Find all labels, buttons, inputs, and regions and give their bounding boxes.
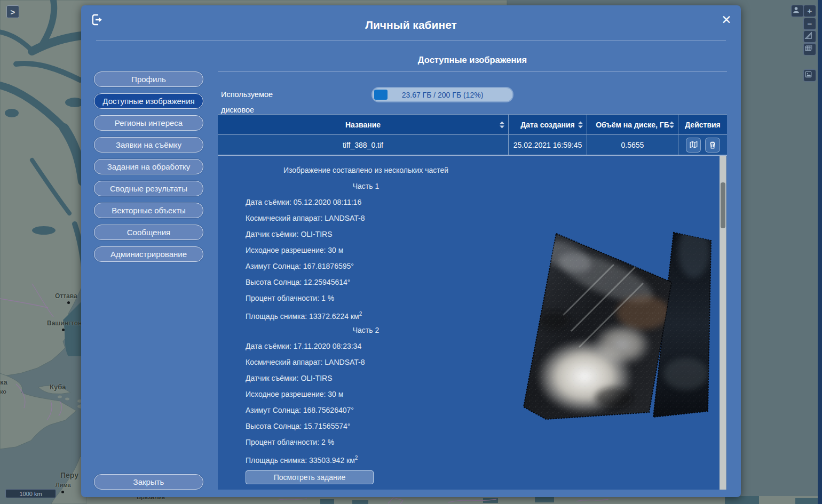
map-city-dot <box>67 301 70 304</box>
detail-line: Высота Солнца: 12.25945614° <box>218 274 514 290</box>
zoom-out-button[interactable]: − <box>803 18 816 30</box>
view-on-map-button[interactable] <box>686 138 701 153</box>
disk-usage-text: 23.67 ГБ / 200 ГБ (12%) <box>373 88 512 101</box>
composite-note: Изображение составлено из нескольких час… <box>218 162 514 178</box>
area-text: Площадь снимка: 33503.942 км <box>246 456 355 465</box>
table-header: НазваниеДата созданияОбъём на диске, ГБД… <box>218 114 727 135</box>
close-modal-button[interactable]: Закрыть <box>94 474 203 490</box>
detail-line: Дата съёмки: 17.11.2020 08:23:34 <box>218 338 514 354</box>
detail-line: Дата съёмки: 05.12.2020 08:11:16 <box>218 194 514 210</box>
sort-icon[interactable] <box>669 121 674 128</box>
zoom-in-icon: + <box>808 6 812 15</box>
section-title: Доступные изображения <box>218 55 727 65</box>
sidebar-item-1[interactable]: Доступные изображения <box>94 93 203 109</box>
detail-line: Исходное разрешение: 30 м <box>218 386 514 402</box>
cell-name: tiff_388_0.tif <box>218 135 509 155</box>
area-text: Площадь снимка: 13372.6224 км <box>246 312 359 321</box>
map-city-label: Куба <box>50 383 66 390</box>
column-header-0[interactable]: Название <box>218 115 509 134</box>
sidebar-item-8[interactable]: Администрирование <box>94 246 203 262</box>
column-label: Объём на диске, ГБ <box>596 121 669 129</box>
measure-button[interactable] <box>803 30 816 43</box>
map-city-label: Перу <box>60 471 78 479</box>
detail-line: Процент облачности: 2 % <box>218 434 514 450</box>
view-task-button[interactable]: Посмотреть задание <box>246 470 374 484</box>
column-label: Название <box>345 121 381 129</box>
map-city-label: Вашингтон <box>47 320 82 326</box>
cell-actions <box>678 135 727 155</box>
detail-line-area: Площадь снимка: 13372.6224 км2 <box>218 306 514 322</box>
zoom-out-icon: − <box>808 19 812 28</box>
details-text: Изображение составлено из нескольких час… <box>218 156 514 484</box>
grid-button[interactable] <box>803 43 816 55</box>
user-button[interactable] <box>791 5 804 17</box>
area-sup: 2 <box>359 311 362 317</box>
screenshot-button[interactable] <box>803 69 816 82</box>
sidebar-item-7[interactable]: Сообщения <box>94 225 203 240</box>
sidebar-item-5[interactable]: Сводные результаты <box>94 181 203 196</box>
sidebar-item-6[interactable]: Векторные объекты <box>94 203 203 218</box>
column-header-3: Действия <box>678 115 727 134</box>
detail-line: Азимут Солнца: 167.81876595° <box>218 258 514 274</box>
detail-line: Процент облачности: 1 % <box>218 290 514 306</box>
column-header-2[interactable]: Объём на диске, ГБ <box>587 115 678 134</box>
part-title: Часть 1 <box>218 178 514 194</box>
detail-line: Датчик съёмки: OLI-TIRS <box>218 226 514 242</box>
map-city-dot <box>62 329 65 331</box>
column-label: Дата создания <box>520 121 574 129</box>
map-city-label: ка <box>0 379 7 386</box>
map-city-dot <box>61 491 64 493</box>
map-edge-stripe <box>818 0 822 504</box>
sidebar-nav: ПрофильДоступные изображенияРегионы инте… <box>94 71 203 268</box>
table-row[interactable]: tiff_388_0.tif25.02.2021 16:59:450.5655 <box>218 135 727 155</box>
detail-line: Датчик съёмки: OLI-TIRS <box>218 370 514 386</box>
detail-line: Космический аппарат: LANDSAT-8 <box>218 354 514 370</box>
zoom-in-button[interactable]: + <box>803 5 816 17</box>
sidebar-item-4[interactable]: Задания на обработку <box>94 159 203 174</box>
modal-content: Доступные изображения Используемое диско… <box>218 5 727 497</box>
detail-line: Азимут Солнца: 168.75626407° <box>218 402 514 418</box>
satellite-preview <box>520 227 719 425</box>
image-details-panel: Изображение составлено из нескольких час… <box>218 155 727 490</box>
part-title: Часть 2 <box>218 322 514 338</box>
delete-image-button[interactable] <box>705 138 720 153</box>
detail-line: Космический аппарат: LANDSAT-8 <box>218 210 514 226</box>
detail-line: Исходное разрешение: 30 м <box>218 242 514 258</box>
section-divider <box>218 71 727 72</box>
map-city-label: ко <box>0 389 6 395</box>
map-scale-bar: 1000 km <box>5 489 56 498</box>
disk-usage-progressbar: 23.67 ГБ / 200 ГБ (12%) <box>372 87 513 102</box>
column-label: Действия <box>685 121 721 129</box>
column-header-1[interactable]: Дата создания <box>509 115 587 134</box>
sidebar-item-0[interactable]: Профиль <box>94 71 203 87</box>
map-icon <box>689 140 698 150</box>
expand-panel-button[interactable]: > <box>6 5 19 18</box>
area-sup: 2 <box>355 455 358 461</box>
scrollbar-thumb[interactable] <box>721 182 725 228</box>
detail-line-area: Площадь снимка: 33503.942 км2 <box>218 450 514 466</box>
images-table: НазваниеДата созданияОбъём на диске, ГБД… <box>218 114 727 155</box>
map-city-label: Оттава <box>55 293 77 299</box>
app-stage: ОттаваВашингтонКубакакоПеруЛимаБразилиа … <box>0 0 822 504</box>
table-body: tiff_388_0.tif25.02.2021 16:59:450.5655 <box>218 135 727 155</box>
sidebar-item-3[interactable]: Заявки на съёмку <box>94 137 203 153</box>
detail-line: Высота Солнца: 15.71565574° <box>218 418 514 434</box>
cell-created: 25.02.2021 16:59:45 <box>509 135 587 155</box>
personal-cabinet-modal: Личный кабинет ✕ ПрофильДоступные изобра… <box>81 5 741 497</box>
map-city-label: Лима <box>56 482 71 488</box>
trash-icon <box>708 140 717 150</box>
details-scrollbar[interactable] <box>720 155 726 490</box>
cell-size_gb: 0.5655 <box>587 135 678 155</box>
sort-icon[interactable] <box>578 121 583 128</box>
sort-icon[interactable] <box>500 121 504 128</box>
sidebar-item-2[interactable]: Регионы интереса <box>94 115 203 131</box>
